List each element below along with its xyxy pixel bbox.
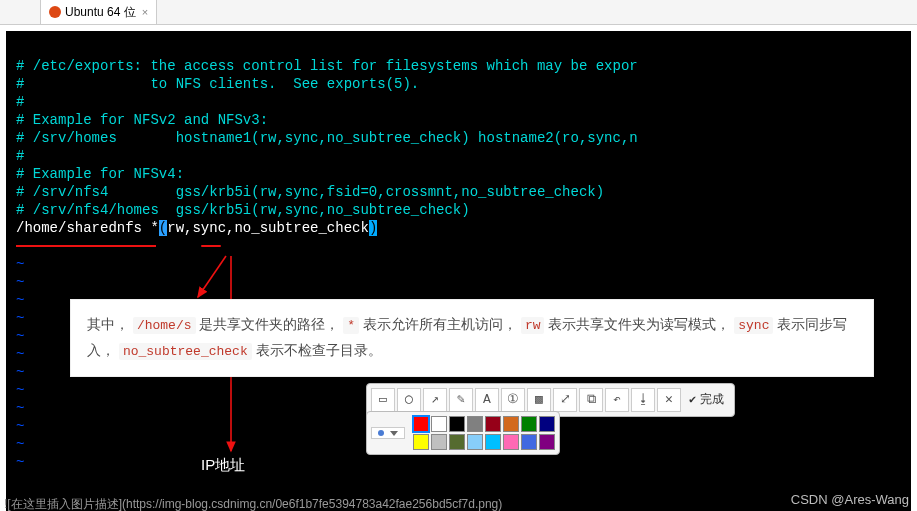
vim-tilde: ~ [16, 436, 24, 452]
vmware-tab-bar: Ubuntu 64 位 × [0, 0, 917, 25]
exports-line: # [16, 94, 24, 110]
tab-close-icon[interactable]: × [142, 6, 148, 18]
underline-star [201, 245, 221, 247]
code-sync: sync [734, 317, 773, 334]
vim-tilde: ~ [16, 418, 24, 434]
tool-arrow[interactable]: ↗ [423, 388, 447, 412]
csdn-watermark-outer: CSDN @Ares-Wang [791, 492, 909, 507]
txt-rw-after: 表示共享文件夹为读写模式， [548, 316, 730, 332]
code-path: /home/s [133, 317, 196, 334]
color-swatch[interactable] [431, 434, 447, 450]
done-button[interactable]: ✔ 完成 [683, 391, 730, 409]
color-swatch[interactable] [503, 434, 519, 450]
txt-star-after: 表示允许所有主机访问， [363, 316, 517, 332]
ubuntu-icon [49, 6, 61, 18]
color-swatch[interactable] [485, 434, 501, 450]
done-label: 完成 [700, 391, 724, 409]
chevron-down-icon [390, 431, 398, 436]
code-star: * [343, 317, 359, 334]
markdown-caption: ![在这里插入图片描述](https://img-blog.csdnimg.cn… [4, 496, 502, 511]
exports-edit-openparen: ( [159, 220, 167, 236]
exports-line: # /srv/nfs4 gss/krb5i(rw,sync,fsid=0,cro… [16, 184, 604, 200]
txt-path-after: 是共享文件夹的路径， [199, 316, 339, 332]
vim-tilde: ~ [16, 364, 24, 380]
vim-tilde: ~ [16, 292, 24, 308]
vim-tilde: ~ [16, 256, 24, 272]
color-swatch[interactable] [503, 416, 519, 432]
vim-tilde: ~ [16, 400, 24, 416]
color-swatch[interactable] [521, 416, 537, 432]
color-swatch[interactable] [539, 434, 555, 450]
code-nsc: no_subtree_check [119, 343, 252, 360]
exports-edit-opts: rw,sync,no_subtree_check [167, 220, 369, 236]
color-swatch[interactable] [413, 416, 429, 432]
tool-save[interactable]: ⭳ [631, 388, 655, 412]
color-swatch[interactable] [539, 416, 555, 432]
txt-prefix: 其中， [87, 316, 129, 332]
terminal[interactable]: # /etc/exports: the access control list … [6, 31, 911, 511]
color-swatch[interactable] [521, 434, 537, 450]
cursor-closeparen: ) [369, 220, 377, 236]
txt-nsc-after: 表示不检查子目录。 [256, 342, 382, 358]
tool-text[interactable]: A [475, 388, 499, 412]
color-grid [413, 416, 555, 450]
vm-tab-ubuntu[interactable]: Ubuntu 64 位 × [40, 0, 157, 25]
color-swatch[interactable] [449, 416, 465, 432]
tool-rect[interactable]: ▭ [371, 388, 395, 412]
code-rw: rw [521, 317, 545, 334]
exports-line: # /srv/nfs4/homes gss/krb5i(rw,sync,no_s… [16, 202, 470, 218]
color-swatch[interactable] [431, 416, 447, 432]
explanation-callout: 其中， /home/s 是共享文件夹的路径， * 表示允许所有主机访问， rw … [70, 299, 874, 377]
tool-highlight[interactable]: ▩ [527, 388, 551, 412]
color-palette [366, 411, 560, 455]
exports-line: # Example for NFSv4: [16, 166, 184, 182]
exports-edit-path: /home/sharednfs [16, 220, 150, 236]
underline-path [16, 245, 156, 247]
vim-tilde: ~ [16, 310, 24, 326]
color-swatch[interactable] [485, 416, 501, 432]
tool-number[interactable]: ① [501, 388, 525, 412]
vim-tilde: ~ [16, 454, 24, 470]
tool-close[interactable]: ✕ [657, 388, 681, 412]
vim-tilde: ~ [16, 346, 24, 362]
color-swatch[interactable] [467, 416, 483, 432]
tool-pen[interactable]: ✎ [449, 388, 473, 412]
vim-tilde: ~ [16, 328, 24, 344]
exports-line: # /etc/exports: the access control list … [16, 58, 638, 74]
brush-size-picker[interactable] [371, 427, 405, 439]
color-swatch[interactable] [467, 434, 483, 450]
svg-line-1 [198, 256, 226, 297]
color-swatch[interactable] [449, 434, 465, 450]
color-swatch[interactable] [413, 434, 429, 450]
exports-line: # [16, 148, 24, 164]
exports-line: # to NFS clients. See exports(5). [16, 76, 419, 92]
exports-line: # Example for NFSv2 and NFSv3: [16, 112, 268, 128]
terminal-frame: # /etc/exports: the access control list … [0, 25, 917, 511]
tool-undo[interactable]: ↶ [605, 388, 629, 412]
exports-edit-star: * [150, 220, 158, 236]
vim-tilde: ~ [16, 274, 24, 290]
tool-copy[interactable]: ⧉ [579, 388, 603, 412]
check-icon: ✔ [689, 391, 696, 409]
tab-label: Ubuntu 64 位 [65, 4, 136, 21]
exports-line: # /srv/homes hostname1(rw,sync,no_subtre… [16, 130, 638, 146]
brush-dot-icon [378, 430, 384, 436]
ip-address-label: IP地址 [201, 456, 245, 474]
tool-expand[interactable]: ⤢ [553, 388, 577, 412]
tool-ellipse[interactable]: ◯ [397, 388, 421, 412]
vim-tilde: ~ [16, 382, 24, 398]
